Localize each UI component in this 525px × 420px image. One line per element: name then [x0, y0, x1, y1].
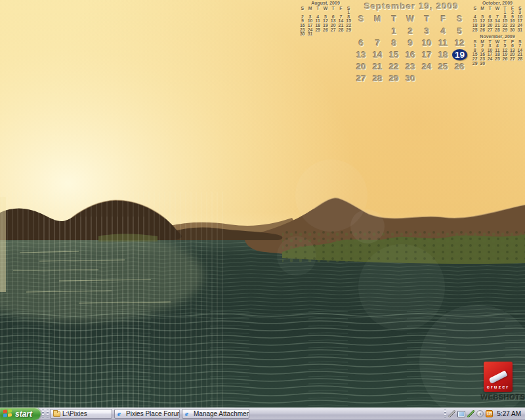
calendar-day: 16 — [402, 49, 419, 61]
calendar-october-grid: SMTWTFS123456789101112131415161718192021… — [471, 7, 524, 33]
calendar-october: October, 2009 SMTWTFS1234567891011121314… — [471, 1, 524, 32]
calendar-day: 12 — [452, 37, 468, 49]
calendar-day: 28 — [494, 28, 501, 33]
taskbar-button-forums[interactable]: e Pixies Place Forums - ... — [114, 409, 180, 419]
calendar-day: 24 — [419, 61, 435, 73]
calendar-day: 10 — [419, 37, 435, 49]
calendar-august-title: August, 2009 — [299, 1, 352, 6]
calendar-september-title: September 19, 2009 — [353, 1, 470, 11]
calendar-day: 15 — [386, 49, 402, 61]
taskbar-button-label: L:\Pixies — [62, 410, 87, 417]
calendar-day: 27 — [353, 73, 369, 85]
calendar-day: 20 — [353, 61, 369, 73]
windows-flag-icon — [3, 409, 12, 418]
calendar-day-header: M — [369, 13, 386, 26]
stylus-icon[interactable] — [467, 410, 474, 417]
taskbar-button-explorer[interactable]: L:\Pixies — [50, 409, 112, 419]
calendar-day: 13 — [353, 49, 369, 61]
cruzer-desktop-icon[interactable]: cruzer — [484, 362, 513, 392]
calendar-day — [345, 32, 352, 37]
calendar-november-grid: SMTWTFS123456789101112131415161718192021… — [471, 40, 524, 66]
start-button-label: start — [15, 410, 32, 419]
calendar-day: 9 — [402, 37, 419, 49]
calendar-day — [329, 32, 337, 37]
calendar-day: 24 — [486, 57, 494, 62]
calendar-day-header: M — [306, 7, 314, 11]
taskbar-button-label: Manage Attachments... — [194, 410, 249, 417]
calendar-day-header: T — [314, 7, 322, 11]
calendar-day: 29 — [386, 73, 402, 85]
calendar-day: 30 — [478, 62, 486, 66]
tablet-pen-icon[interactable] — [448, 410, 455, 417]
start-button[interactable]: start — [0, 408, 41, 420]
calendar-day — [337, 32, 345, 37]
calendar-day: 30 — [299, 32, 306, 37]
calendar-day-header: W — [494, 7, 501, 11]
tray-grip[interactable] — [444, 409, 446, 419]
internet-explorer-icon: e — [117, 410, 124, 417]
calendar-day: 22 — [386, 61, 402, 73]
calendar-day-header: S — [452, 13, 468, 26]
calendar-day: 2 — [402, 26, 419, 37]
calendar-day: 29 — [345, 28, 352, 33]
calendar-day: 14 — [369, 49, 386, 61]
calendar-day: 23 — [402, 61, 419, 73]
calendar-day-header: S — [353, 13, 369, 26]
calendar-selected-day: 19 — [452, 49, 467, 60]
calendar-day-header: W — [322, 7, 329, 11]
system-tray: ‹ U3 5:27 AM — [442, 408, 525, 420]
calendar-day: 25 — [471, 28, 478, 33]
calendar-september-grid: SMTWTFS123456789101112131415161718192021… — [353, 13, 470, 85]
calendar-september: September 19, 2009 SMTWTFS12345678910111… — [353, 1, 470, 85]
taskbar-button-attachments[interactable]: e Manage Attachments... — [182, 409, 249, 419]
u3-launcher-icon[interactable]: U3 — [486, 410, 493, 417]
calendar-day-header: T — [486, 7, 494, 11]
calendar-day: 4 — [435, 26, 452, 37]
calendar-day — [516, 62, 524, 66]
webshots-watermark: WEBSHOTS — [481, 393, 525, 401]
calendar-day — [494, 62, 501, 66]
usb-drive-graphic — [489, 370, 507, 383]
folder-icon — [53, 411, 60, 417]
calendar-day: 18 — [435, 49, 452, 61]
calendar-day — [486, 62, 494, 66]
calendar-day — [509, 62, 516, 66]
calendar-day: 26 — [501, 57, 509, 62]
calendar-day: 25 — [494, 57, 501, 62]
calendar-day: 17 — [419, 49, 435, 61]
calendar-day: 27 — [486, 28, 494, 33]
calendar-day — [452, 73, 468, 85]
safely-remove-icon[interactable]: ‹ — [476, 410, 484, 417]
calendar-day-header: T — [386, 13, 402, 26]
calendar-day — [369, 26, 386, 37]
display-settings-icon[interactable] — [457, 411, 465, 417]
calendar-day: 25 — [435, 61, 452, 73]
calendar-day-header: T — [329, 7, 337, 11]
calendar-day: 1 — [386, 26, 402, 37]
calendar-day: 30 — [402, 73, 419, 85]
calendar-day-header: W — [402, 13, 419, 26]
calendar-day: 6 — [353, 37, 369, 49]
calendar-day: 28 — [516, 57, 524, 62]
calendar-day: 28 — [337, 28, 345, 33]
cruzer-icon-label: cruzer — [487, 384, 510, 390]
taskbar-button-label: Pixies Place Forums - ... — [126, 410, 180, 417]
calendar-day: 27 — [329, 28, 337, 33]
calendar-day: 31 — [516, 28, 524, 33]
internet-explorer-icon: e — [185, 410, 192, 417]
calendar-day — [314, 32, 322, 37]
calendar-day: 26 — [478, 28, 486, 33]
calendar-day: 29 — [501, 28, 509, 33]
calendar-day — [419, 73, 435, 85]
calendar-day: 30 — [509, 28, 516, 33]
calendar-day: 26 — [322, 28, 329, 33]
desktop: August, 2009 SMTWTFS12345678910111213141… — [0, 0, 525, 420]
tray-clock[interactable]: 5:27 AM — [495, 410, 521, 417]
calendar-day-header: F — [435, 13, 452, 26]
calendar-day-header: T — [419, 13, 435, 26]
calendar-day: 11 — [435, 37, 452, 49]
taskbar-grip[interactable] — [47, 409, 49, 419]
quick-launch-grip[interactable] — [42, 409, 44, 419]
calendar-day: 31 — [306, 32, 314, 37]
calendar-day: 5 — [452, 26, 468, 37]
